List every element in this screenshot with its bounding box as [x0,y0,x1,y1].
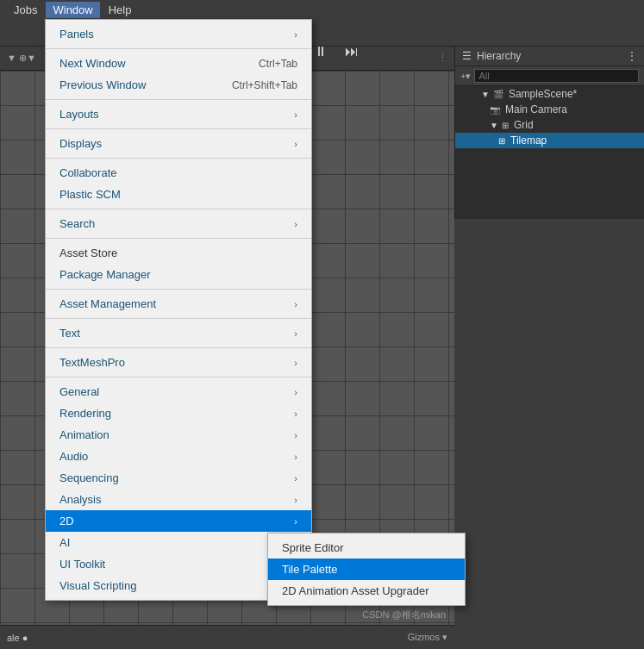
general-label: General [59,385,99,398]
samplescene-label: SampleScene* [509,88,577,100]
separator-2 [46,99,311,100]
search-label: Search [59,217,95,230]
scene-icon: ▼ [481,90,490,99]
menu-item-next-window[interactable]: Next Window Ctrl+Tab [46,53,311,74]
asset-management-label: Asset Management [59,297,156,310]
menu-help[interactable]: Help [102,2,139,18]
menu-item-plastic-scm[interactable]: Plastic SCM [46,184,311,205]
tilemap-label: Tilemap [510,134,547,147]
scene-bottom-bar: ale ● Gizmos ▾ [0,625,454,649]
menu-item-asset-store[interactable]: Asset Store [46,242,311,264]
grid-expand-icon: ▼ [490,121,498,130]
separator-6 [46,238,311,239]
scale-label: ale ● [7,633,28,643]
hierarchy-title: Hierarchy [477,50,521,62]
tilemap-icon: ⊞ [498,136,505,146]
menu-item-layouts[interactable]: Layouts › [46,103,311,125]
2d-label: 2D [59,515,74,527]
menu-jobs[interactable]: Jobs [7,2,44,18]
separator-4 [46,158,311,159]
separator-8 [46,318,311,319]
hierarchy-search-input[interactable] [474,69,639,83]
separator-7 [46,289,311,290]
menu-bar: Jobs Window Help [0,0,644,19]
textmeshpro-arrow: › [294,358,297,368]
menu-item-search[interactable]: Search › [46,213,311,234]
menu-item-analysis[interactable]: Analysis › [46,489,311,510]
displays-label: Displays [59,137,102,150]
menu-item-displays[interactable]: Displays › [46,133,311,154]
separator-5 [46,209,311,209]
separator-10 [46,377,311,378]
plastic-scm-label: Plastic SCM [59,188,121,201]
camera-icon: 📷 [490,105,500,115]
rendering-arrow: › [294,409,297,419]
menu-item-animation[interactable]: Animation › [46,424,311,446]
ui-toolkit-label: UI Toolkit [59,558,105,571]
text-arrow: › [294,328,297,339]
submenu-tile-palette[interactable]: Tile Palette [268,559,465,580]
layouts-arrow: › [294,109,297,120]
menu-item-package-manager[interactable]: Package Manager [46,264,311,285]
visual-scripting-label: Visual Scripting [59,579,136,592]
watermark: CSDN @椎名mikan [362,608,446,621]
menu-item-asset-management[interactable]: Asset Management › [46,293,311,315]
panels-label: Panels [59,28,94,41]
analysis-arrow: › [294,495,297,505]
hierarchy-item-samplescene[interactable]: ▼ 🎬 SampleScene* [455,86,644,102]
menu-item-textmeshpro[interactable]: TextMeshPro › [46,352,311,373]
menu-item-audio[interactable]: Audio › [46,446,311,467]
tile-palette-label: Tile Palette [282,563,338,576]
submenu-sprite-editor[interactable]: Sprite Editor [268,537,465,559]
hierarchy-add-btn[interactable]: +▾ [460,71,471,82]
prev-window-shortcut: Ctrl+Shift+Tab [232,79,297,91]
samplescene-icon: 🎬 [493,90,503,99]
search-arrow: › [294,219,297,229]
rendering-label: Rendering [59,407,111,420]
hierarchy-more[interactable]: ⋮ [627,50,637,62]
hierarchy-icon: ☰ [462,50,472,62]
more-options-icon[interactable]: ⋮ [438,53,447,64]
hierarchy-item-grid[interactable]: ▼ ⊞ Grid [455,117,644,133]
prev-window-label: Previous Window [59,78,146,91]
hierarchy-panel: ☰ Hierarchy ⋮ +▾ ▼ 🎬 SampleScene* 📷 Main… [454,47,644,219]
menu-item-prev-window[interactable]: Previous Window Ctrl+Shift+Tab [46,74,311,96]
package-manager-label: Package Manager [59,268,151,281]
menu-item-2d[interactable]: 2D › [46,510,311,532]
analysis-label: Analysis [59,493,101,506]
sequencing-label: Sequencing [59,471,119,484]
general-arrow: › [294,387,297,397]
ai-label: AI [59,536,70,549]
menu-item-collaborate[interactable]: Collaborate [46,162,311,184]
menu-item-text[interactable]: Text › [46,322,311,344]
step-button[interactable]: ⏭ [340,42,364,61]
separator-9 [46,347,311,348]
hierarchy-item-tilemap[interactable]: ⊞ Tilemap [455,133,644,148]
menu-item-general[interactable]: General › [46,381,311,403]
hierarchy-item-maincamera[interactable]: 📷 Main Camera [455,102,644,117]
separator-1 [46,48,311,49]
submenu-2d-animation-upgrader[interactable]: 2D Animation Asset Upgrader [268,580,465,602]
scene-toolbar-options[interactable]: ▼ ⊕▼ [7,53,36,64]
window-dropdown-menu: Panels › Next Window Ctrl+Tab Previous W… [45,19,312,601]
menu-item-panels[interactable]: Panels › [46,23,311,45]
menu-item-rendering[interactable]: Rendering › [46,403,311,424]
next-window-shortcut: Ctrl+Tab [259,58,297,70]
maincamera-label: Main Camera [505,103,567,115]
menu-window[interactable]: Window [46,2,99,18]
audio-label: Audio [59,450,88,463]
separator-3 [46,128,311,129]
textmeshpro-label: TextMeshPro [59,356,125,369]
text-label: Text [59,327,80,340]
gizmos-button[interactable]: Gizmos ▾ [408,632,447,643]
submenu-2d: Sprite Editor Tile Palette 2D Animation … [267,533,466,606]
audio-arrow: › [294,452,297,462]
layouts-label: Layouts [59,108,99,121]
menu-item-sequencing[interactable]: Sequencing › [46,467,311,489]
collaborate-label: Collaborate [59,166,117,179]
grid-icon: ⊞ [502,121,509,130]
grid-label: Grid [514,119,534,131]
hierarchy-header: ☰ Hierarchy ⋮ [455,47,644,66]
asset-store-label: Asset Store [59,246,117,259]
animation-arrow: › [294,430,297,440]
